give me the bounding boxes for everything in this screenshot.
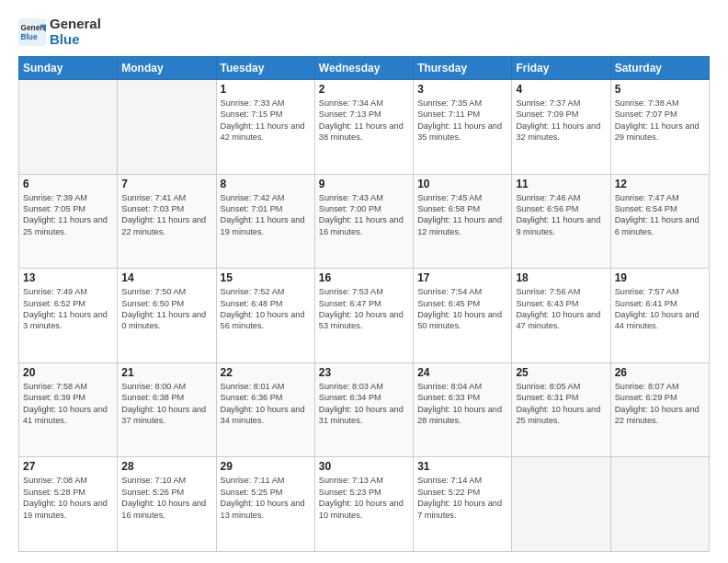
calendar-cell: 13Sunrise: 7:49 AM Sunset: 6:52 PM Dayli… [19, 269, 118, 363]
day-number: 20 [23, 366, 113, 379]
day-number: 7 [121, 178, 211, 190]
calendar-day-header: Wednesday [314, 57, 413, 80]
calendar-cell: 8Sunrise: 7:42 AM Sunset: 7:01 PM Daylig… [216, 174, 314, 269]
calendar-cell: 31Sunrise: 7:14 AM Sunset: 5:22 PM Dayli… [414, 457, 512, 552]
calendar-cell: 20Sunrise: 7:58 AM Sunset: 6:39 PM Dayli… [19, 362, 118, 457]
day-number: 26 [615, 366, 705, 379]
day-number: 6 [23, 178, 113, 190]
calendar-cell: 30Sunrise: 7:13 AM Sunset: 5:23 PM Dayli… [314, 457, 413, 552]
day-number: 15 [221, 271, 311, 284]
day-number: 10 [417, 178, 507, 190]
calendar-cell [19, 80, 118, 175]
calendar-cell: 11Sunrise: 7:46 AM Sunset: 6:56 PM Dayli… [512, 174, 610, 269]
day-info: Sunrise: 7:57 AM Sunset: 6:41 PM Dayligh… [615, 286, 705, 332]
calendar-cell: 29Sunrise: 7:11 AM Sunset: 5:25 PM Dayli… [216, 457, 314, 552]
calendar-cell: 23Sunrise: 8:03 AM Sunset: 6:34 PM Dayli… [314, 362, 413, 457]
day-number: 4 [516, 83, 606, 96]
day-number: 31 [417, 460, 507, 473]
day-number: 28 [121, 460, 211, 473]
day-info: Sunrise: 7:47 AM Sunset: 6:54 PM Dayligh… [615, 192, 705, 238]
day-number: 13 [23, 271, 113, 284]
calendar-header-row: SundayMondayTuesdayWednesdayThursdayFrid… [19, 57, 710, 80]
day-number: 30 [319, 460, 409, 473]
day-info: Sunrise: 7:11 AM Sunset: 5:25 PM Dayligh… [221, 475, 311, 521]
day-info: Sunrise: 7:56 AM Sunset: 6:43 PM Dayligh… [516, 286, 606, 332]
day-info: Sunrise: 7:49 AM Sunset: 6:52 PM Dayligh… [23, 286, 113, 332]
calendar-cell: 6Sunrise: 7:39 AM Sunset: 7:05 PM Daylig… [19, 174, 118, 269]
calendar-week-row: 1Sunrise: 7:33 AM Sunset: 7:15 PM Daylig… [19, 80, 710, 175]
calendar-cell: 19Sunrise: 7:57 AM Sunset: 6:41 PM Dayli… [610, 269, 709, 363]
day-number: 8 [221, 178, 311, 190]
day-number: 2 [319, 83, 409, 96]
day-number: 11 [516, 178, 606, 190]
calendar-week-row: 20Sunrise: 7:58 AM Sunset: 6:39 PM Dayli… [19, 362, 710, 457]
day-info: Sunrise: 7:35 AM Sunset: 7:11 PM Dayligh… [417, 98, 507, 144]
day-info: Sunrise: 7:39 AM Sunset: 7:05 PM Dayligh… [23, 192, 113, 238]
day-number: 1 [221, 83, 311, 96]
calendar-cell: 3Sunrise: 7:35 AM Sunset: 7:11 PM Daylig… [414, 80, 512, 175]
day-info: Sunrise: 8:00 AM Sunset: 6:38 PM Dayligh… [121, 381, 211, 427]
day-info: Sunrise: 7:13 AM Sunset: 5:23 PM Dayligh… [319, 475, 409, 521]
day-number: 29 [221, 460, 311, 473]
calendar-day-header: Sunday [19, 57, 118, 80]
day-number: 18 [516, 271, 606, 284]
day-info: Sunrise: 7:54 AM Sunset: 6:45 PM Dayligh… [417, 286, 507, 332]
calendar-cell: 26Sunrise: 8:07 AM Sunset: 6:29 PM Dayli… [610, 362, 709, 457]
day-info: Sunrise: 7:45 AM Sunset: 6:58 PM Dayligh… [417, 192, 507, 238]
logo: General Blue General Blue [18, 17, 101, 47]
day-info: Sunrise: 7:14 AM Sunset: 5:22 PM Dayligh… [417, 475, 507, 521]
calendar-cell: 9Sunrise: 7:43 AM Sunset: 7:00 PM Daylig… [314, 174, 413, 269]
day-number: 25 [516, 366, 606, 379]
day-number: 9 [319, 178, 409, 190]
day-number: 23 [319, 366, 409, 379]
calendar-day-header: Friday [512, 57, 610, 80]
day-number: 5 [615, 83, 705, 96]
day-info: Sunrise: 8:05 AM Sunset: 6:31 PM Dayligh… [516, 381, 606, 427]
calendar-cell: 5Sunrise: 7:38 AM Sunset: 7:07 PM Daylig… [610, 80, 709, 175]
calendar-cell [610, 457, 709, 552]
logo-text: General Blue [50, 17, 101, 47]
calendar-week-row: 6Sunrise: 7:39 AM Sunset: 7:05 PM Daylig… [19, 174, 710, 269]
calendar-cell: 14Sunrise: 7:50 AM Sunset: 6:50 PM Dayli… [118, 269, 216, 363]
svg-text:Blue: Blue [21, 31, 38, 40]
calendar-cell: 15Sunrise: 7:52 AM Sunset: 6:48 PM Dayli… [216, 269, 314, 363]
day-info: Sunrise: 7:33 AM Sunset: 7:15 PM Dayligh… [221, 98, 311, 144]
day-info: Sunrise: 7:43 AM Sunset: 7:00 PM Dayligh… [319, 192, 409, 238]
day-number: 27 [23, 460, 113, 473]
day-number: 14 [121, 271, 211, 284]
header: General Blue General Blue [18, 17, 710, 47]
calendar-cell: 4Sunrise: 7:37 AM Sunset: 7:09 PM Daylig… [512, 80, 610, 175]
calendar-cell: 16Sunrise: 7:53 AM Sunset: 6:47 PM Dayli… [314, 269, 413, 363]
day-info: Sunrise: 7:46 AM Sunset: 6:56 PM Dayligh… [516, 192, 606, 238]
day-info: Sunrise: 7:41 AM Sunset: 7:03 PM Dayligh… [121, 192, 211, 238]
day-info: Sunrise: 8:03 AM Sunset: 6:34 PM Dayligh… [319, 381, 409, 427]
day-info: Sunrise: 7:38 AM Sunset: 7:07 PM Dayligh… [615, 98, 705, 144]
day-number: 12 [615, 178, 705, 190]
calendar-cell: 2Sunrise: 7:34 AM Sunset: 7:13 PM Daylig… [314, 80, 413, 175]
calendar-week-row: 13Sunrise: 7:49 AM Sunset: 6:52 PM Dayli… [19, 269, 710, 363]
day-info: Sunrise: 7:42 AM Sunset: 7:01 PM Dayligh… [221, 192, 311, 238]
calendar-cell: 10Sunrise: 7:45 AM Sunset: 6:58 PM Dayli… [414, 174, 512, 269]
calendar-day-header: Monday [118, 57, 216, 80]
day-info: Sunrise: 7:50 AM Sunset: 6:50 PM Dayligh… [121, 286, 211, 332]
day-number: 19 [615, 271, 705, 284]
day-info: Sunrise: 8:07 AM Sunset: 6:29 PM Dayligh… [615, 381, 705, 427]
calendar-day-header: Tuesday [216, 57, 314, 80]
day-info: Sunrise: 7:34 AM Sunset: 7:13 PM Dayligh… [319, 98, 409, 144]
calendar-cell: 21Sunrise: 8:00 AM Sunset: 6:38 PM Dayli… [118, 362, 216, 457]
day-info: Sunrise: 8:01 AM Sunset: 6:36 PM Dayligh… [221, 381, 311, 427]
calendar-cell [118, 80, 216, 175]
day-number: 16 [319, 271, 409, 284]
day-info: Sunrise: 7:10 AM Sunset: 5:26 PM Dayligh… [121, 475, 211, 521]
calendar-cell: 1Sunrise: 7:33 AM Sunset: 7:15 PM Daylig… [216, 80, 314, 175]
day-info: Sunrise: 7:58 AM Sunset: 6:39 PM Dayligh… [23, 381, 113, 427]
day-info: Sunrise: 7:53 AM Sunset: 6:47 PM Dayligh… [319, 286, 409, 332]
logo-icon: General Blue [18, 18, 46, 46]
calendar-cell: 28Sunrise: 7:10 AM Sunset: 5:26 PM Dayli… [118, 457, 216, 552]
calendar-table: SundayMondayTuesdayWednesdayThursdayFrid… [18, 56, 710, 552]
calendar-body: 1Sunrise: 7:33 AM Sunset: 7:15 PM Daylig… [19, 80, 710, 552]
calendar-cell: 24Sunrise: 8:04 AM Sunset: 6:33 PM Dayli… [414, 362, 512, 457]
calendar-day-header: Thursday [414, 57, 512, 80]
calendar-cell: 12Sunrise: 7:47 AM Sunset: 6:54 PM Dayli… [610, 174, 709, 269]
calendar-cell: 17Sunrise: 7:54 AM Sunset: 6:45 PM Dayli… [414, 269, 512, 363]
